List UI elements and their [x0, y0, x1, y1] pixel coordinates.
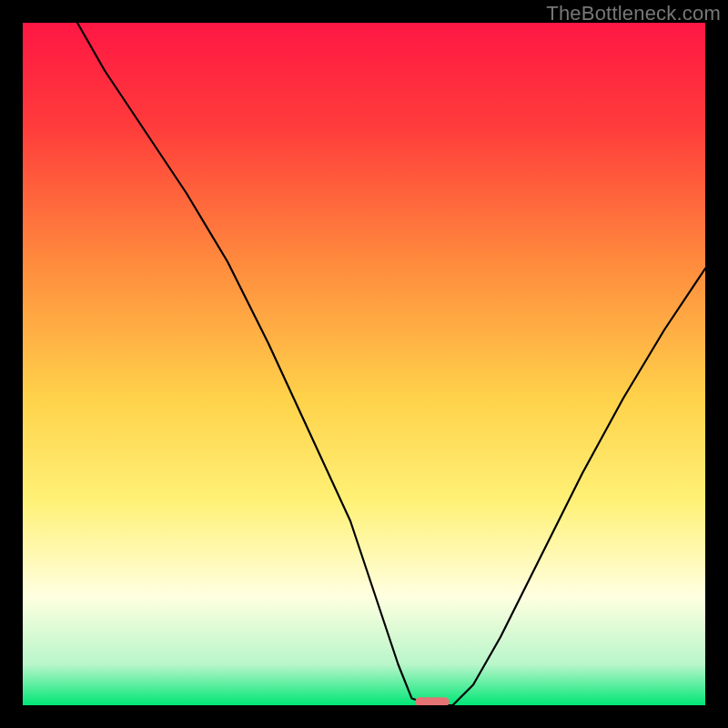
plot-area	[23, 23, 705, 705]
chart-svg	[23, 23, 705, 705]
floor-marker	[415, 697, 450, 705]
chart-frame: TheBottleneck.com	[0, 0, 728, 728]
gradient-bg	[23, 23, 705, 705]
watermark-label: TheBottleneck.com	[546, 2, 721, 25]
